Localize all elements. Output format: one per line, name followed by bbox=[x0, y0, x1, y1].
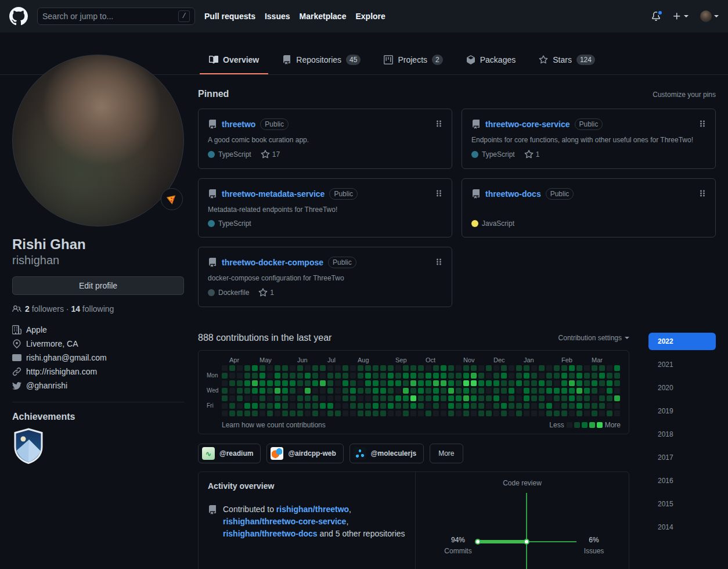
contribution-cell[interactable] bbox=[222, 380, 228, 386]
search-input[interactable] bbox=[42, 12, 178, 21]
contribution-cell[interactable] bbox=[320, 365, 326, 371]
contribution-cell[interactable] bbox=[222, 395, 228, 401]
contribution-cell[interactable] bbox=[267, 365, 273, 371]
contribution-cell[interactable] bbox=[561, 403, 567, 409]
contribution-cell[interactable] bbox=[312, 380, 318, 386]
contribution-cell[interactable] bbox=[252, 373, 258, 379]
contribution-cell[interactable] bbox=[471, 403, 477, 409]
contribution-cell[interactable] bbox=[373, 410, 379, 416]
contribution-cell[interactable] bbox=[373, 388, 379, 394]
contribution-cell[interactable] bbox=[576, 365, 582, 371]
contribution-cell[interactable] bbox=[614, 403, 620, 409]
contribution-cell[interactable] bbox=[343, 365, 348, 371]
contribution-cell[interactable] bbox=[244, 410, 250, 416]
contribution-cell[interactable] bbox=[433, 380, 439, 386]
contribution-cell[interactable] bbox=[395, 380, 401, 386]
contribution-cell[interactable] bbox=[275, 403, 280, 409]
contribution-cell[interactable] bbox=[584, 403, 590, 409]
contribution-cell[interactable] bbox=[403, 373, 409, 379]
contribution-cell[interactable] bbox=[410, 388, 416, 394]
contribution-cell[interactable] bbox=[350, 380, 356, 386]
contribution-cell[interactable] bbox=[305, 395, 311, 401]
contribution-cell[interactable] bbox=[516, 395, 522, 401]
contribution-cell[interactable] bbox=[260, 403, 265, 409]
contribution-cell[interactable] bbox=[456, 365, 462, 371]
contribution-cell[interactable] bbox=[327, 365, 333, 371]
contribution-cell[interactable] bbox=[599, 410, 605, 416]
contribution-cell[interactable] bbox=[403, 388, 409, 394]
contribution-cell[interactable] bbox=[509, 395, 514, 401]
profile-detail-website[interactable]: http://rishighan.com bbox=[12, 365, 184, 379]
contribution-cell[interactable] bbox=[426, 388, 431, 394]
contribution-cell[interactable] bbox=[365, 403, 371, 409]
contribution-cell[interactable] bbox=[569, 410, 575, 416]
contribution-cell[interactable] bbox=[380, 365, 386, 371]
contribution-cell[interactable] bbox=[229, 380, 235, 386]
contribution-cell[interactable] bbox=[282, 403, 288, 409]
contribution-cell[interactable] bbox=[486, 388, 492, 394]
contribution-cell[interactable] bbox=[486, 365, 492, 371]
contribution-cell[interactable] bbox=[320, 380, 326, 386]
drag-handle-icon[interactable] bbox=[435, 119, 442, 130]
contribution-cell[interactable] bbox=[614, 380, 620, 386]
contribution-cell[interactable] bbox=[358, 373, 363, 379]
contribution-cell[interactable] bbox=[433, 410, 439, 416]
contribution-cell[interactable] bbox=[584, 365, 590, 371]
tab-repositories[interactable]: Repositories45 bbox=[273, 46, 370, 74]
year-2021[interactable]: 2021 bbox=[648, 356, 716, 373]
contribution-cell[interactable] bbox=[614, 373, 620, 379]
contribution-cell[interactable] bbox=[418, 410, 424, 416]
contribution-cell[interactable] bbox=[373, 380, 379, 386]
contribution-cell[interactable] bbox=[222, 388, 228, 394]
contribution-cell[interactable] bbox=[267, 380, 273, 386]
contribution-cell[interactable] bbox=[478, 373, 484, 379]
contribution-cell[interactable] bbox=[350, 373, 356, 379]
contribution-cell[interactable] bbox=[433, 395, 439, 401]
contribution-cell[interactable] bbox=[343, 403, 348, 409]
contribution-cell[interactable] bbox=[561, 373, 567, 379]
contribution-cell[interactable] bbox=[539, 403, 545, 409]
contribution-cell[interactable] bbox=[561, 395, 567, 401]
contribution-cell[interactable] bbox=[584, 380, 590, 386]
contribution-cell[interactable] bbox=[290, 403, 295, 409]
header-nav-issues[interactable]: Issues bbox=[265, 12, 290, 21]
contribution-cell[interactable] bbox=[388, 395, 394, 401]
org-readium[interactable]: ∿@readium bbox=[198, 444, 261, 463]
contribution-cell[interactable] bbox=[275, 373, 280, 379]
contribution-cell[interactable] bbox=[343, 395, 348, 401]
contribution-cell[interactable] bbox=[350, 410, 356, 416]
contribution-cell[interactable] bbox=[244, 388, 250, 394]
contribution-cell[interactable] bbox=[463, 403, 469, 409]
contribution-cell[interactable] bbox=[516, 410, 522, 416]
contribution-cell[interactable] bbox=[614, 395, 620, 401]
contribution-cell[interactable] bbox=[509, 403, 514, 409]
contribution-cell[interactable] bbox=[395, 395, 401, 401]
contribution-cell[interactable] bbox=[448, 403, 454, 409]
contribution-cell[interactable] bbox=[478, 365, 484, 371]
contribution-cell[interactable] bbox=[373, 403, 379, 409]
contribution-cell[interactable] bbox=[584, 388, 590, 394]
contributed-repo-link[interactable]: rishighan/threetwo-docs bbox=[223, 529, 318, 538]
contribution-cell[interactable] bbox=[576, 380, 582, 386]
contribution-cell[interactable] bbox=[229, 365, 235, 371]
contribution-cell[interactable] bbox=[290, 365, 295, 371]
contribution-cell[interactable] bbox=[471, 410, 477, 416]
create-new-button[interactable] bbox=[672, 12, 689, 21]
org-airdcpp-web[interactable]: @airdcpp-web bbox=[266, 444, 343, 463]
contribution-cell[interactable] bbox=[365, 410, 371, 416]
contribution-cell[interactable] bbox=[426, 395, 431, 401]
contribution-cell[interactable] bbox=[380, 395, 386, 401]
followers-row[interactable]: 2 followers · 14 following bbox=[12, 304, 184, 314]
contribution-cell[interactable] bbox=[441, 380, 446, 386]
status-emoji-badge[interactable] bbox=[161, 188, 183, 210]
contribution-cell[interactable] bbox=[493, 403, 499, 409]
contribution-cell[interactable] bbox=[448, 388, 454, 394]
contribution-cell[interactable] bbox=[297, 388, 303, 394]
contribution-cell[interactable] bbox=[592, 403, 597, 409]
contribution-cell[interactable] bbox=[554, 395, 560, 401]
contribution-cell[interactable] bbox=[403, 395, 409, 401]
contribution-cell[interactable] bbox=[576, 373, 582, 379]
contribution-cell[interactable] bbox=[229, 373, 235, 379]
contribution-cell[interactable] bbox=[478, 388, 484, 394]
contribution-cell[interactable] bbox=[554, 365, 560, 371]
